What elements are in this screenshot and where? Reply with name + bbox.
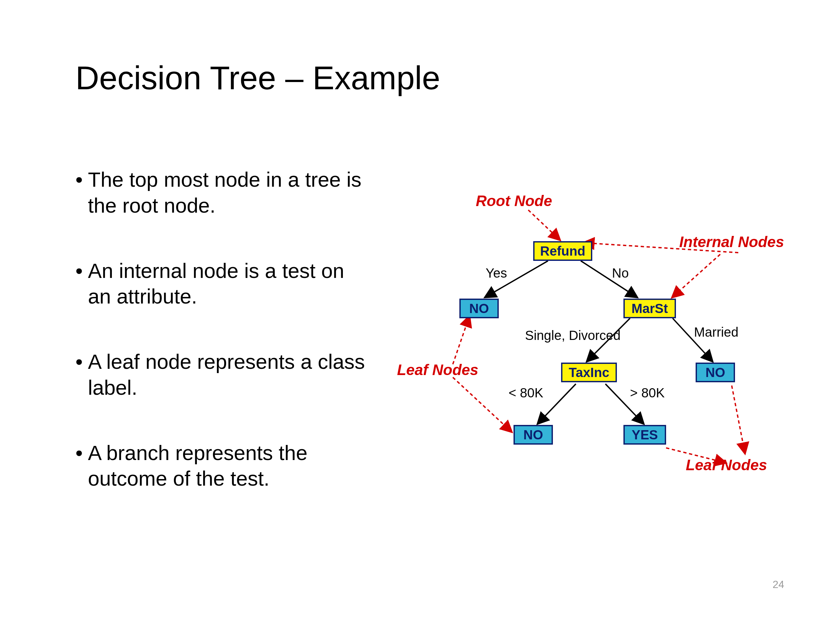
caption-leaf-nodes-left: Leaf Nodes	[397, 361, 478, 379]
caption-internal-nodes: Internal Nodes	[679, 233, 784, 251]
caption-leaf-nodes-right: Leaf Nodes	[686, 456, 767, 474]
decision-tree-diagram: Root Node Internal Nodes Leaf Nodes Leaf…	[423, 187, 784, 482]
svg-line-10	[453, 377, 511, 431]
caption-root-node: Root Node	[476, 192, 552, 210]
svg-line-9	[453, 317, 469, 364]
node-no-2: NO	[696, 363, 735, 382]
node-yes: YES	[624, 425, 666, 445]
node-marst: MarSt	[624, 298, 676, 318]
edge-label-yes: Yes	[486, 266, 507, 281]
bullet-item: A branch represents the outcome of the t…	[76, 440, 371, 492]
edge-label-single-divorced: Single, Divorced	[525, 328, 621, 343]
edge-label-lt-80k: < 80K	[508, 385, 543, 400]
node-taxinc: TaxInc	[561, 363, 617, 382]
slide-title: Decision Tree – Example	[76, 59, 441, 97]
svg-line-6	[528, 210, 559, 240]
bullet-item: An internal node is a test on an attribu…	[76, 258, 371, 310]
svg-line-4	[538, 384, 576, 423]
svg-line-7	[673, 254, 720, 297]
edge-label-married: Married	[694, 325, 739, 339]
bullet-item: The top most node in a tree is the root …	[76, 167, 371, 218]
node-refund: Refund	[533, 241, 592, 261]
edge-label-no: No	[612, 266, 629, 281]
bullet-item: A leaf node represents a class label.	[76, 349, 371, 401]
edge-label-gt-80k: > 80K	[630, 385, 665, 400]
svg-line-11	[732, 385, 745, 453]
slide: Decision Tree – Example The top most nod…	[0, 0, 840, 630]
node-no-3: NO	[513, 425, 553, 445]
page-number: 24	[772, 578, 784, 591]
node-no-1: NO	[459, 298, 499, 318]
bullet-list: The top most node in a tree is the root …	[76, 167, 371, 531]
